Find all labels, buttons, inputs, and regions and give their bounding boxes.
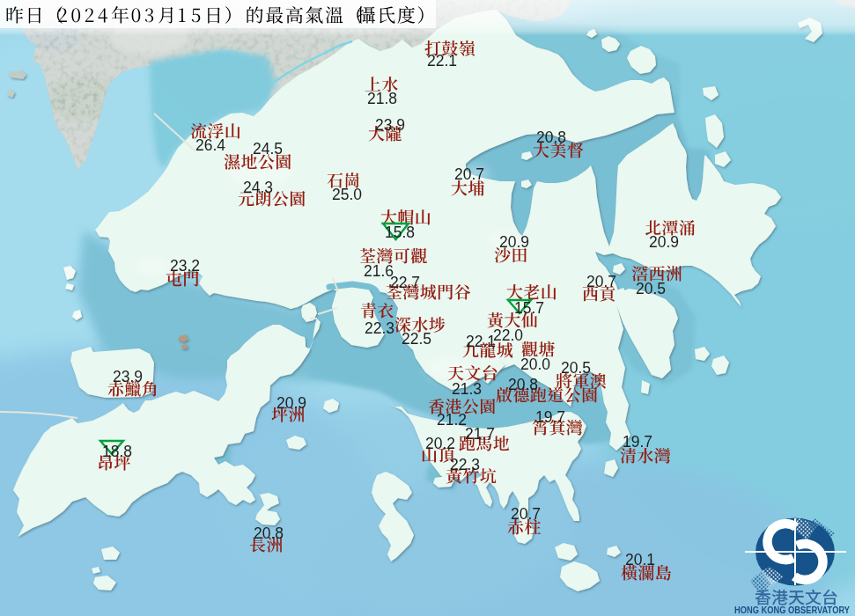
svg-text:20.7: 20.7: [454, 165, 484, 183]
svg-text:22.3: 22.3: [450, 456, 480, 473]
svg-text:15.7: 15.7: [514, 299, 544, 317]
svg-text:24.5: 24.5: [253, 140, 283, 158]
svg-text:21.3: 21.3: [452, 380, 482, 398]
svg-text:20.8: 20.8: [536, 128, 566, 146]
svg-text:19.7: 19.7: [623, 433, 652, 451]
svg-text:22.0: 22.0: [493, 326, 523, 344]
svg-text:22.7: 22.7: [390, 274, 420, 291]
svg-text:22.3: 22.3: [365, 319, 394, 337]
svg-text:18.8: 18.8: [102, 443, 132, 460]
svg-text:22.5: 22.5: [402, 330, 431, 348]
svg-text:23.9: 23.9: [113, 368, 143, 385]
svg-text:21.2: 21.2: [437, 411, 467, 429]
svg-text:23.2: 23.2: [170, 257, 200, 275]
svg-text:21.8: 21.8: [367, 90, 397, 107]
svg-text:25.0: 25.0: [332, 186, 362, 203]
svg-text:20.9: 20.9: [276, 394, 306, 412]
svg-text:26.4: 26.4: [195, 136, 225, 154]
svg-text:20.0: 20.0: [520, 356, 550, 373]
svg-text:19.7: 19.7: [535, 408, 565, 426]
svg-text:20.8: 20.8: [254, 524, 284, 542]
svg-text:HONG KONG OBSERVATORY: HONG KONG OBSERVATORY: [734, 605, 850, 615]
svg-text:20.7: 20.7: [586, 273, 616, 290]
svg-text:15.8: 15.8: [385, 224, 415, 241]
svg-text:21.7: 21.7: [465, 425, 495, 443]
svg-text:22.1: 22.1: [427, 52, 457, 70]
svg-text:20.5: 20.5: [561, 359, 591, 377]
svg-text:20.2: 20.2: [425, 435, 455, 452]
svg-text:22.1: 22.1: [466, 333, 496, 350]
svg-text:21.6: 21.6: [364, 262, 394, 280]
svg-text:20.7: 20.7: [511, 505, 541, 523]
svg-text:20.5: 20.5: [636, 280, 666, 297]
svg-text:20.8: 20.8: [508, 376, 538, 393]
svg-text:20.1: 20.1: [625, 551, 655, 568]
svg-text:23.9: 23.9: [375, 116, 405, 134]
svg-text:24.3: 24.3: [243, 179, 273, 196]
svg-text:20.9: 20.9: [649, 233, 679, 251]
svg-text:20.9: 20.9: [499, 233, 529, 251]
